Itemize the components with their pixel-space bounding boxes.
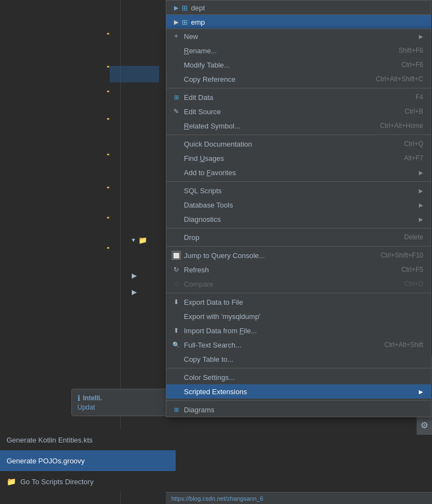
menu-label-refresh: Refresh (184, 266, 209, 274)
menu-label-export-mysqldump: Export with 'mysqldump' (184, 312, 260, 321)
tree-chevron-1[interactable]: ▾ (132, 236, 135, 244)
separator-7 (166, 368, 431, 368)
menu-label-diagnostics: Diagnostics (184, 215, 221, 223)
kotlin-label: Generate Kotlin Entities.kts (7, 436, 93, 444)
menu-item-color-settings[interactable]: Color Settings... (166, 370, 431, 384)
marker-1 (107, 33, 109, 35)
menu-item-copy-reference[interactable]: Copy Reference Ctrl+Alt+Shift+C (166, 72, 431, 86)
new-icon: + (172, 32, 181, 41)
bottom-item-pojos[interactable]: Generate POJOs.groovy (0, 450, 176, 471)
info-icon: ℹ (77, 394, 80, 402)
menu-item-add-favorites[interactable]: Add to Favorites ▶ (166, 165, 431, 180)
menu-item-new[interactable]: + New ▶ (166, 29, 431, 43)
find-usages-icon (172, 154, 181, 163)
export-mysqldump-icon (172, 312, 181, 321)
edit-source-icon: ✎ (172, 107, 181, 116)
marker-2 (107, 66, 109, 68)
separator-4 (166, 228, 431, 228)
copy-ref-icon (172, 75, 181, 83)
separator-8 (166, 400, 431, 401)
table-icon-dept: ⊞ (182, 4, 188, 12)
menu-item-full-text-search[interactable]: 🔍 Full-Text Search... Ctrl+Alt+Shift (166, 338, 431, 352)
bottom-panel: Generate Kotlin Entities.kts Generate PO… (0, 429, 176, 492)
tree-chevron-3[interactable]: ▶ (132, 288, 137, 296)
menu-item-rename[interactable]: Rename... Shift+F6 (166, 43, 431, 58)
menu-item-refresh[interactable]: ↻ Refresh Ctrl+F5 (166, 262, 431, 277)
menu-label-export-data: Export Data to File (184, 298, 243, 306)
tree-row-dept[interactable]: ▶ ⊞ dept (166, 0, 431, 15)
menu-item-copy-table[interactable]: Copy Table to... (166, 352, 431, 366)
tree-chevron-2[interactable]: ▶ (132, 272, 137, 279)
menu-label-edit-source: Edit Source (184, 108, 221, 116)
menu-item-sql-scripts[interactable]: SQL Scripts ▶ (166, 183, 431, 198)
menu-item-diagrams[interactable]: ⊞ Diagrams (166, 402, 431, 417)
marker-8 (107, 247, 109, 249)
marker-6 (107, 187, 109, 188)
tree-expand-emp[interactable]: ▶ (174, 19, 178, 26)
database-tools-icon (172, 200, 181, 209)
menu-label-diagrams: Diagrams (184, 406, 215, 414)
shortcut-rename: Shift+F6 (399, 47, 423, 54)
menu-item-export-mysqldump[interactable]: Export with 'mysqldump' (166, 309, 431, 323)
menu-item-drop[interactable]: Drop Delete (166, 230, 431, 244)
menu-label-find-usages: Find Usages (184, 154, 224, 163)
menu-item-edit-source[interactable]: ✎ Edit Source Ctrl+B (166, 104, 431, 119)
menu-label-compare: Compare (184, 280, 213, 288)
shortcut-find-usages: Alt+F7 (404, 154, 423, 162)
rename-icon (172, 46, 181, 55)
menu-item-find-usages[interactable]: Find Usages Alt+F7 (166, 151, 431, 165)
bottom-item-kotlin[interactable]: Generate Kotlin Entities.kts (0, 429, 176, 450)
menu-item-jump-query[interactable]: ⬜ Jump to Query Console... Ctrl+Shift+F1… (166, 248, 431, 262)
shortcut-copy-reference: Ctrl+Alt+Shift+C (376, 75, 423, 83)
scripted-extensions-icon (172, 387, 181, 396)
diagnostics-icon (172, 215, 181, 223)
sql-scripts-icon (172, 186, 181, 195)
color-settings-icon (172, 373, 181, 382)
menu-label-modify-table: Modify Table... (184, 61, 230, 69)
btn-gear[interactable]: ⚙ (417, 415, 432, 435)
menu-item-database-tools[interactable]: Database Tools ▶ (166, 198, 431, 212)
menu-label-database-tools: Database Tools (184, 201, 233, 209)
sidebar-markers (107, 0, 109, 504)
context-menu: + New ▶ Rename... Shift+F6 Modify Table.… (166, 29, 431, 417)
menu-label-add-favorites: Add to Favorites (184, 169, 236, 177)
intelli-update[interactable]: Updat (77, 404, 167, 411)
menu-label-full-text-search: Full-Text Search... (184, 341, 242, 349)
menu-label-color-settings: Color Settings... (184, 373, 235, 382)
gear-icon: ⚙ (420, 420, 428, 430)
menu-label-sql-scripts: SQL Scripts (184, 187, 222, 195)
menu-item-quick-doc[interactable]: Quick Documentation Ctrl+Q (166, 137, 431, 151)
tree-row-emp[interactable]: ▶ ⊞ emp (166, 14, 431, 29)
menu-item-import-data[interactable]: ⬆ Import Data from File... (166, 323, 431, 338)
marker-7 (107, 217, 109, 219)
menu-item-related-symbol[interactable]: Related Symbol... Ctrl+Alt+Home (166, 119, 431, 133)
menu-item-edit-data[interactable]: ⊞ Edit Data F4 (166, 90, 431, 104)
separator-1 (166, 88, 431, 88)
marker-5 (107, 154, 109, 155)
bottom-item-scripts-dir[interactable]: 📁 Go To Scripts Directory (0, 471, 176, 492)
menu-item-modify-table[interactable]: Modify Table... Ctrl+F6 (166, 58, 431, 72)
import-data-icon: ⬆ (172, 326, 181, 335)
menu-item-diagnostics[interactable]: Diagnostics ▶ (166, 212, 431, 226)
tree-expand-dept[interactable]: ▶ (174, 4, 178, 12)
arrow-sql-scripts: ▶ (419, 188, 423, 194)
shortcut-full-text-search: Ctrl+Alt+Shift (384, 341, 423, 349)
menu-item-compare: ◇ Compare Ctrl+D (166, 277, 431, 291)
menu-label-copy-reference: Copy Reference (184, 75, 235, 83)
shortcut-drop: Delete (404, 233, 423, 241)
menu-label-rename: Rename... (184, 47, 217, 55)
full-text-search-icon: 🔍 (172, 340, 181, 349)
folder-scripts-icon: 📁 (7, 477, 16, 486)
edit-data-icon: ⊞ (172, 93, 181, 102)
menu-item-export-data[interactable]: ⬇ Export Data to File (166, 295, 431, 309)
status-bar: https://blog.csdn.net/zhangsann_6 (166, 492, 432, 504)
export-data-icon: ⬇ (172, 298, 181, 306)
pojos-label: Generate POJOs.groovy (7, 457, 85, 465)
shortcut-jump-query: Ctrl+Shift+F10 (381, 251, 423, 259)
shortcut-edit-data: F4 (416, 93, 423, 101)
arrow-new: ▶ (419, 33, 423, 40)
menu-item-scripted-extensions[interactable]: Scripted Extensions ▶ (166, 384, 431, 399)
menu-label-quick-doc: Quick Documentation (184, 140, 252, 148)
separator-5 (166, 246, 431, 247)
menu-label-new: New (184, 32, 198, 41)
